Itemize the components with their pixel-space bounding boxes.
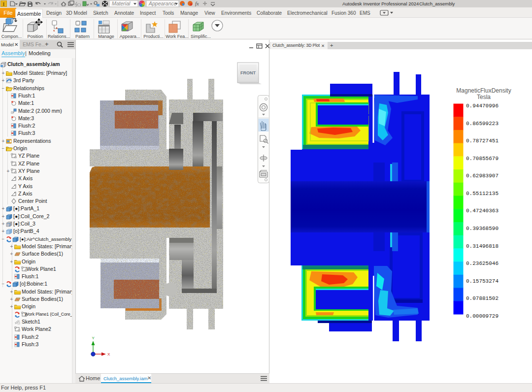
svg-text:0.55112135: 0.55112135 (466, 191, 499, 196)
svg-text:Appearance: Appearance (148, 0, 177, 6)
svg-text:0.00009729: 0.00009729 (466, 313, 499, 319)
svg-text:Clutch_assembly: Clutch_assembly (419, 1, 455, 6)
svg-text:FRONT: FRONT (240, 70, 256, 75)
svg-text:0.86599223: 0.86599223 (466, 121, 499, 127)
svg-text:0.07881502: 0.07881502 (466, 295, 499, 301)
svg-text:0.62983907: 0.62983907 (466, 173, 499, 179)
svg-text:Material: Material (112, 0, 131, 6)
svg-text:0.94470996: 0.94470996 (466, 103, 499, 109)
svg-text:I: I (2, 1, 4, 7)
svg-text:fx: fx (195, 0, 199, 6)
svg-text:MagneticFluxDensity: MagneticFluxDensity (456, 87, 511, 94)
svg-text:0.78727451: 0.78727451 (466, 138, 499, 144)
svg-text:0.39368590: 0.39368590 (466, 226, 499, 231)
svg-text:0.70855679: 0.70855679 (466, 156, 499, 162)
svg-text:Y: Y (92, 336, 95, 340)
svg-text:X: X (107, 352, 110, 357)
svg-text:Tesla: Tesla (477, 94, 491, 100)
svg-text:0.47240363: 0.47240363 (466, 208, 499, 214)
svg-text:0.23625046: 0.23625046 (466, 261, 499, 266)
svg-text:0.31496818: 0.31496818 (466, 243, 499, 249)
svg-text:0.15753274: 0.15753274 (466, 278, 499, 284)
svg-text:Autodesk Inventor Professional: Autodesk Inventor Professional 2024 (342, 1, 419, 6)
